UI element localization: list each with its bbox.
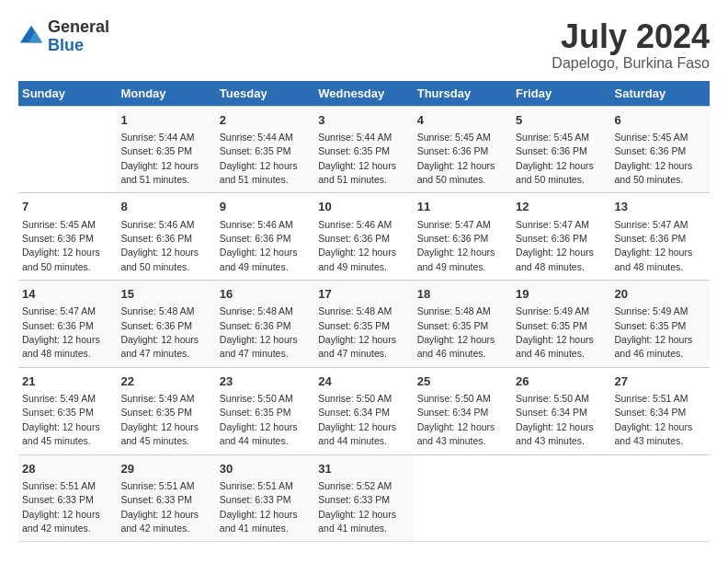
day-number: 15 bbox=[120, 286, 211, 303]
day-number: 5 bbox=[516, 112, 607, 129]
day-sunset: Sunset: 6:36 PM bbox=[417, 145, 489, 156]
day-number: 28 bbox=[22, 461, 113, 477]
week-row-5: 28 Sunrise: 5:51 AM Sunset: 6:33 PM Dayl… bbox=[18, 454, 710, 542]
day-sunrise: Sunrise: 5:50 AM bbox=[220, 393, 293, 404]
day-sunrise: Sunrise: 5:49 AM bbox=[516, 305, 589, 316]
day-number: 2 bbox=[220, 112, 311, 129]
day-sunrise: Sunrise: 5:49 AM bbox=[120, 393, 194, 404]
location: Dapelogo, Burkina Faso bbox=[552, 55, 710, 72]
day-sunset: Sunset: 6:36 PM bbox=[615, 145, 687, 156]
header-cell-saturday: Saturday bbox=[611, 81, 710, 107]
day-cell: 25 Sunrise: 5:50 AM Sunset: 6:34 PM Dayl… bbox=[414, 367, 512, 454]
day-daylight: Daylight: 12 hours and 48 minutes. bbox=[615, 247, 693, 271]
day-sunrise: Sunrise: 5:46 AM bbox=[120, 219, 194, 230]
day-daylight: Daylight: 12 hours and 50 minutes. bbox=[615, 160, 693, 185]
day-daylight: Daylight: 12 hours and 43 minutes. bbox=[417, 421, 495, 446]
day-number: 26 bbox=[516, 373, 607, 390]
day-cell: 1 Sunrise: 5:44 AM Sunset: 6:35 PM Dayli… bbox=[117, 106, 215, 193]
day-cell: 5 Sunrise: 5:45 AM Sunset: 6:36 PM Dayli… bbox=[512, 106, 610, 193]
day-sunset: Sunset: 6:34 PM bbox=[615, 407, 687, 418]
day-sunset: Sunset: 6:35 PM bbox=[22, 407, 94, 418]
day-number: 13 bbox=[615, 199, 706, 215]
day-daylight: Daylight: 12 hours and 50 minutes. bbox=[516, 160, 594, 185]
day-number: 18 bbox=[417, 286, 508, 303]
day-sunset: Sunset: 6:34 PM bbox=[516, 407, 587, 418]
day-sunset: Sunset: 6:36 PM bbox=[220, 233, 291, 244]
day-sunset: Sunset: 6:36 PM bbox=[120, 233, 192, 244]
day-sunset: Sunset: 6:35 PM bbox=[120, 145, 192, 156]
header-cell-thursday: Thursday bbox=[414, 81, 512, 107]
title-block: July 2024 Dapelogo, Burkina Faso bbox=[552, 18, 710, 72]
day-cell: 9 Sunrise: 5:46 AM Sunset: 6:36 PM Dayli… bbox=[216, 193, 314, 281]
day-cell: 16 Sunrise: 5:48 AM Sunset: 6:36 PM Dayl… bbox=[216, 281, 314, 368]
day-number: 31 bbox=[318, 461, 409, 477]
day-sunrise: Sunrise: 5:47 AM bbox=[615, 219, 688, 230]
day-sunrise: Sunrise: 5:44 AM bbox=[120, 132, 194, 143]
day-number: 1 bbox=[120, 112, 211, 129]
day-sunset: Sunset: 6:35 PM bbox=[615, 320, 687, 331]
day-cell: 3 Sunrise: 5:44 AM Sunset: 6:35 PM Dayli… bbox=[314, 106, 413, 193]
day-daylight: Daylight: 12 hours and 41 minutes. bbox=[318, 509, 396, 534]
logo-general: General bbox=[48, 18, 109, 37]
day-sunrise: Sunrise: 5:51 AM bbox=[120, 480, 194, 491]
week-row-3: 14 Sunrise: 5:47 AM Sunset: 6:36 PM Dayl… bbox=[18, 281, 710, 368]
day-daylight: Daylight: 12 hours and 51 minutes. bbox=[120, 160, 199, 185]
day-daylight: Daylight: 12 hours and 48 minutes. bbox=[516, 247, 594, 271]
day-sunset: Sunset: 6:33 PM bbox=[318, 494, 390, 505]
day-number: 6 bbox=[615, 112, 706, 129]
day-sunset: Sunset: 6:36 PM bbox=[220, 320, 291, 331]
header-cell-wednesday: Wednesday bbox=[314, 81, 413, 107]
day-cell: 21 Sunrise: 5:49 AM Sunset: 6:35 PM Dayl… bbox=[18, 367, 117, 454]
logo: General Blue bbox=[18, 18, 109, 55]
day-sunrise: Sunrise: 5:45 AM bbox=[417, 132, 491, 143]
day-sunset: Sunset: 6:35 PM bbox=[120, 407, 192, 418]
day-sunrise: Sunrise: 5:44 AM bbox=[318, 132, 392, 143]
day-sunrise: Sunrise: 5:51 AM bbox=[615, 393, 688, 404]
day-sunrise: Sunrise: 5:52 AM bbox=[318, 480, 392, 491]
day-cell: 14 Sunrise: 5:47 AM Sunset: 6:36 PM Dayl… bbox=[18, 281, 117, 368]
day-daylight: Daylight: 12 hours and 45 minutes. bbox=[120, 421, 199, 446]
day-cell bbox=[18, 106, 117, 193]
day-number: 21 bbox=[22, 373, 113, 390]
day-sunrise: Sunrise: 5:51 AM bbox=[22, 480, 96, 491]
day-cell: 22 Sunrise: 5:49 AM Sunset: 6:35 PM Dayl… bbox=[117, 367, 215, 454]
day-sunset: Sunset: 6:34 PM bbox=[318, 407, 390, 418]
day-sunset: Sunset: 6:36 PM bbox=[417, 233, 489, 244]
day-number: 25 bbox=[417, 373, 508, 390]
day-sunset: Sunset: 6:36 PM bbox=[318, 233, 390, 244]
day-sunrise: Sunrise: 5:47 AM bbox=[22, 305, 96, 316]
day-cell: 26 Sunrise: 5:50 AM Sunset: 6:34 PM Dayl… bbox=[512, 367, 610, 454]
day-sunrise: Sunrise: 5:50 AM bbox=[516, 393, 589, 404]
day-cell: 28 Sunrise: 5:51 AM Sunset: 6:33 PM Dayl… bbox=[18, 454, 117, 542]
day-cell: 30 Sunrise: 5:51 AM Sunset: 6:33 PM Dayl… bbox=[216, 454, 314, 542]
day-number: 29 bbox=[120, 461, 211, 477]
day-number: 17 bbox=[318, 286, 409, 303]
day-cell: 31 Sunrise: 5:52 AM Sunset: 6:33 PM Dayl… bbox=[314, 454, 413, 542]
day-sunrise: Sunrise: 5:46 AM bbox=[220, 219, 293, 230]
week-row-1: 1 Sunrise: 5:44 AM Sunset: 6:35 PM Dayli… bbox=[18, 106, 710, 193]
day-number: 9 bbox=[220, 199, 311, 215]
week-row-2: 7 Sunrise: 5:45 AM Sunset: 6:36 PM Dayli… bbox=[18, 193, 710, 281]
day-sunrise: Sunrise: 5:51 AM bbox=[220, 480, 293, 491]
day-number: 4 bbox=[417, 112, 508, 129]
day-daylight: Daylight: 12 hours and 43 minutes. bbox=[615, 421, 693, 446]
day-cell: 12 Sunrise: 5:47 AM Sunset: 6:36 PM Dayl… bbox=[512, 193, 610, 281]
day-number: 27 bbox=[615, 373, 706, 390]
day-sunrise: Sunrise: 5:50 AM bbox=[318, 393, 392, 404]
day-cell: 20 Sunrise: 5:49 AM Sunset: 6:35 PM Dayl… bbox=[611, 281, 710, 368]
day-number: 12 bbox=[516, 199, 607, 215]
day-number: 20 bbox=[615, 286, 706, 303]
day-cell: 15 Sunrise: 5:48 AM Sunset: 6:36 PM Dayl… bbox=[117, 281, 215, 368]
header-row: SundayMondayTuesdayWednesdayThursdayFrid… bbox=[18, 81, 710, 107]
day-number: 24 bbox=[318, 373, 409, 390]
day-sunset: Sunset: 6:35 PM bbox=[417, 320, 489, 331]
day-daylight: Daylight: 12 hours and 50 minutes. bbox=[417, 160, 495, 185]
day-sunset: Sunset: 6:35 PM bbox=[318, 145, 390, 156]
day-cell: 19 Sunrise: 5:49 AM Sunset: 6:35 PM Dayl… bbox=[512, 281, 610, 368]
day-daylight: Daylight: 12 hours and 47 minutes. bbox=[220, 334, 298, 359]
day-sunrise: Sunrise: 5:45 AM bbox=[516, 132, 589, 143]
day-sunrise: Sunrise: 5:48 AM bbox=[417, 305, 491, 316]
day-sunrise: Sunrise: 5:47 AM bbox=[516, 219, 589, 230]
day-cell: 29 Sunrise: 5:51 AM Sunset: 6:33 PM Dayl… bbox=[117, 454, 215, 542]
day-cell: 17 Sunrise: 5:48 AM Sunset: 6:35 PM Dayl… bbox=[314, 281, 413, 368]
